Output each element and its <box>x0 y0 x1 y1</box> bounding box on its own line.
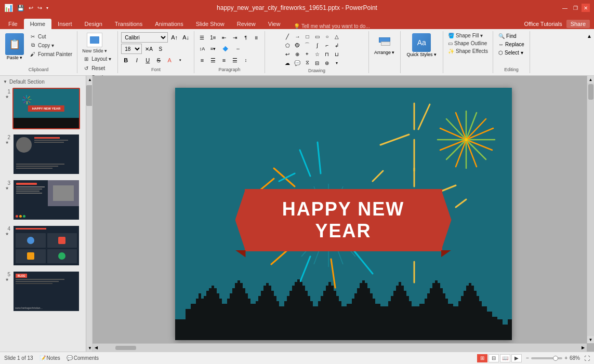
shape17-button[interactable]: ⊓ <box>322 50 332 58</box>
slide-thumb-2[interactable]: 2 ★ <box>2 132 90 176</box>
columns-button[interactable]: ⫼ <box>252 32 261 43</box>
replace-button[interactable]: ↔ Replace <box>496 41 526 48</box>
slide-thumb-4[interactable]: 4 ★ <box>2 224 90 267</box>
triangle-button[interactable]: △ <box>332 32 341 41</box>
slide-panel-scroll-down[interactable]: ▼ <box>86 344 93 352</box>
tab-transitions[interactable]: Transitions <box>109 19 149 29</box>
text-direction-button[interactable]: ↕A <box>197 44 207 54</box>
slide-thumb-1[interactable]: 1 ★ <box>2 87 90 130</box>
undo-button[interactable]: ↩ <box>28 4 34 12</box>
tab-view[interactable]: View <box>262 19 287 29</box>
bullet-list-button[interactable]: ☰ <box>197 32 207 43</box>
copy-button[interactable]: ⧉ Copy ▾ <box>27 41 74 49</box>
shape22-button[interactable]: ⊟ <box>312 59 322 67</box>
bezier-button[interactable]: ∫ <box>312 41 322 49</box>
font-color-arrow[interactable]: ▾ <box>176 55 185 65</box>
reading-view-button[interactable]: 📖 <box>500 354 510 362</box>
notes-button[interactable]: 📝 Notes <box>39 355 60 361</box>
align-center-button[interactable]: ☰ <box>208 55 218 65</box>
shape8-button[interactable]: ⭗ <box>293 41 302 49</box>
slide-panel-scroll-thumb[interactable] <box>86 85 93 106</box>
shape-fill-button[interactable]: 🪣 Shape Fill ▾ <box>446 32 484 39</box>
canvas-scroll-thumb[interactable] <box>588 84 593 100</box>
align-right-button[interactable]: ≡ <box>219 55 229 65</box>
font-color-button[interactable]: A <box>165 55 174 65</box>
shape18-button[interactable]: ⊔ <box>332 50 341 58</box>
bend-button[interactable]: ⌐ <box>322 41 332 49</box>
callout-button[interactable]: 💬 <box>293 59 302 67</box>
expand-shapes-button[interactable]: ▾ <box>332 59 341 67</box>
comments-button[interactable]: 💬 Comments <box>67 355 99 361</box>
ribbon-collapse-button[interactable]: ▲ <box>587 33 592 39</box>
more-shapes-button[interactable]: ⊕ <box>293 50 302 58</box>
zoom-in-button[interactable]: + <box>564 355 567 361</box>
shape15-button[interactable]: ⌖ <box>302 50 312 58</box>
slide-3-thumb-wrap[interactable] <box>12 179 80 221</box>
zoom-out-button[interactable]: − <box>526 355 529 361</box>
clear-format-button[interactable]: ✕A <box>143 44 154 54</box>
slide-1-thumb-wrap[interactable]: HAPPY NEW YEAR <box>12 88 80 129</box>
font-size-select[interactable]: 18 <box>121 44 142 54</box>
canvas-scroll-up-button[interactable]: ▲ <box>587 76 595 83</box>
tab-home[interactable]: Home <box>24 19 51 29</box>
layout-button[interactable]: ⊞ Layout ▾ <box>81 55 114 63</box>
minimize-button[interactable]: — <box>561 4 569 12</box>
arrow-shape-button[interactable]: → <box>293 32 302 41</box>
tell-me-input[interactable]: 💡 Tell me what you want to do... <box>294 23 369 29</box>
slide-sorter-button[interactable]: ⊟ <box>489 354 499 362</box>
zoom-slider[interactable] <box>531 357 562 359</box>
customize-button[interactable]: ▾ <box>45 5 49 11</box>
slide-panel-scroll[interactable]: ▼ Default Section 1 ★ <box>0 76 92 352</box>
canvas-scroll-right-button[interactable]: ▶ <box>579 344 587 352</box>
slideshow-view-button[interactable]: ▶ <box>511 354 522 362</box>
canvas-scroll-down-button[interactable]: ▼ <box>587 336 595 343</box>
strikethrough-button[interactable]: S <box>154 55 163 65</box>
tab-animations[interactable]: Animations <box>149 19 189 29</box>
underline-button[interactable]: U <box>143 55 152 65</box>
curve-button[interactable]: ⌒ <box>302 41 312 49</box>
shape23-button[interactable]: ⊛ <box>322 59 332 67</box>
redo-button[interactable]: ↪ <box>36 4 43 12</box>
slide-2-thumb-wrap[interactable] <box>12 133 80 175</box>
restore-button[interactable]: ❐ <box>571 4 579 12</box>
line-shape-button[interactable]: ╱ <box>283 32 292 41</box>
decrease-indent-button[interactable]: ⇤ <box>219 32 229 43</box>
shape-effects-button[interactable]: ✨ Shape Effects <box>446 48 490 55</box>
format-painter-button[interactable]: 🖌 Format Painter <box>27 50 74 58</box>
fit-slide-button[interactable]: ⛶ <box>584 355 590 361</box>
normal-view-button[interactable]: ⊞ <box>477 354 487 362</box>
align-button[interactable]: ≡▾ <box>208 44 218 54</box>
close-button[interactable]: ✕ <box>582 4 590 12</box>
quick-styles-button[interactable]: Aa Quick Styles ▾ <box>404 32 440 58</box>
text-shadow-button[interactable]: S <box>156 44 165 54</box>
share-button[interactable]: Share <box>566 20 590 28</box>
slide-panel-scroll-up[interactable]: ▲ <box>86 76 93 83</box>
number-list-button[interactable]: 1≡ <box>208 32 218 43</box>
reset-button[interactable]: ↺ Reset <box>81 64 114 72</box>
office-tutorials-button[interactable]: Office Tutorials <box>524 21 562 27</box>
justify-button[interactable]: ☰ <box>230 55 240 65</box>
slide-panel-vscrollbar[interactable]: ▲ ▼ <box>86 76 92 352</box>
shape-outline-button[interactable]: ▭ Shape Outline <box>446 40 489 47</box>
align-left-button[interactable]: ≡ <box>197 55 207 65</box>
save-button[interactable]: 💾 <box>16 4 25 12</box>
find-button[interactable]: 🔍 Find <box>496 32 518 40</box>
paste-button[interactable]: 📋 Paste ▾ <box>3 32 26 61</box>
rect-shape-button[interactable]: □ <box>302 32 312 41</box>
main-slide[interactable]: HAPPY NEW YEAR <box>175 88 512 340</box>
italic-button[interactable]: I <box>132 55 141 65</box>
increase-font-button[interactable]: A↑ <box>169 32 179 43</box>
new-slide-button[interactable]: New Slide ▾ <box>81 32 109 54</box>
cloud-button[interactable]: ☁ <box>283 59 292 67</box>
font-family-select[interactable]: Calibri <box>121 32 168 43</box>
tab-file[interactable]: File <box>2 19 24 29</box>
decrease-font-button[interactable]: A↓ <box>181 32 191 43</box>
smartart-button[interactable]: 🔷 <box>219 44 232 54</box>
shape7-button[interactable]: ⬠ <box>283 41 292 49</box>
slide-thumb-3[interactable]: 3 ★ <box>2 178 90 222</box>
increase-indent-button[interactable]: ⇥ <box>230 32 240 43</box>
line-spacing-button[interactable]: ↕ <box>241 55 250 65</box>
shape21-button[interactable]: ⧖ <box>302 59 312 67</box>
select-button[interactable]: ⬡ Select ▾ <box>496 49 525 57</box>
cut-button[interactable]: ✂ Cut <box>27 32 74 41</box>
